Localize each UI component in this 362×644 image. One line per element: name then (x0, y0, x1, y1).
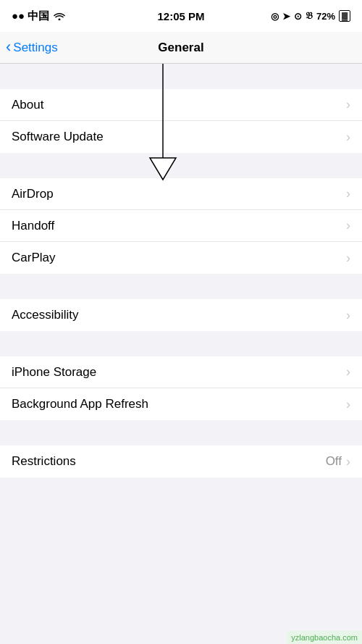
location-icon: ◎ (271, 11, 279, 22)
settings-item-accessibility[interactable]: Accessibility › (0, 299, 362, 331)
section-gap-3 (0, 274, 362, 299)
settings-group-4: iPhone Storage › Background App Refresh … (0, 356, 362, 420)
settings-group-5: Restrictions Off › (0, 446, 362, 477)
settings-group-3: Accessibility › (0, 299, 362, 331)
restrictions-value: Off (326, 454, 342, 469)
back-chevron-icon: ‹ (6, 39, 11, 55)
about-label: About (12, 98, 43, 112)
handoff-right: › (346, 218, 350, 233)
section-gap-bottom (0, 477, 362, 521)
bluetooth-icon: 𝔅 (306, 10, 313, 22)
page-wrapper: ●● 中国 12:05 PM ◎ ➤ ⊙ 𝔅 72% ▓ ‹ Settings … (0, 0, 362, 521)
iphone-storage-label: iPhone Storage (12, 365, 96, 380)
about-chevron-icon: › (346, 97, 350, 112)
direction-icon: ➤ (282, 11, 290, 22)
airdrop-chevron-icon: › (346, 186, 350, 201)
accessibility-chevron-icon: › (346, 308, 350, 323)
status-left: ●● 中国 (12, 9, 65, 23)
back-button[interactable]: ‹ Settings (6, 41, 58, 55)
handoff-chevron-icon: › (346, 218, 350, 233)
background-app-refresh-label: Background App Refresh (12, 397, 148, 411)
carplay-label: CarPlay (12, 251, 55, 265)
section-gap-5 (0, 420, 362, 446)
carplay-right: › (346, 251, 350, 266)
svg-marker-1 (150, 158, 176, 180)
accessibility-right: › (346, 308, 350, 323)
nav-bar: ‹ Settings General (0, 32, 362, 64)
software-update-chevron-icon: › (346, 130, 350, 145)
software-update-label: Software Update (12, 130, 104, 144)
battery-icon: ▓ (339, 10, 350, 22)
iphone-storage-right: › (346, 364, 350, 380)
restrictions-right: Off › (326, 454, 350, 469)
status-bar: ●● 中国 12:05 PM ◎ ➤ ⊙ 𝔅 72% ▓ (0, 0, 362, 32)
alarm-icon: ⊙ (294, 11, 302, 22)
settings-item-background-app-refresh[interactable]: Background App Refresh › (0, 388, 362, 420)
airdrop-label: AirDrop (12, 187, 54, 201)
carplay-chevron-icon: › (346, 251, 350, 266)
airdrop-right: › (346, 186, 350, 201)
wifi-icon (54, 10, 65, 22)
about-right: › (346, 97, 350, 112)
restrictions-chevron-icon: › (346, 454, 350, 469)
signal-bars: ●● 中国 (12, 9, 49, 23)
settings-item-carplay[interactable]: CarPlay › (0, 242, 362, 274)
handoff-label: Handoff (12, 219, 54, 233)
annotation-arrow (134, 64, 192, 194)
section-gap-4 (0, 331, 362, 356)
iphone-storage-chevron-icon: › (346, 364, 350, 380)
page-title: General (158, 41, 203, 55)
settings-item-handoff[interactable]: Handoff › (0, 210, 362, 242)
status-right: ◎ ➤ ⊙ 𝔅 72% ▓ (271, 10, 350, 22)
settings-item-iphone-storage[interactable]: iPhone Storage › (0, 356, 362, 388)
status-time: 12:05 PM (157, 10, 204, 22)
restrictions-label: Restrictions (12, 454, 76, 469)
settings-item-restrictions[interactable]: Restrictions Off › (0, 446, 362, 477)
software-update-right: › (346, 130, 350, 145)
accessibility-label: Accessibility (12, 308, 79, 322)
background-app-refresh-chevron-icon: › (346, 397, 350, 412)
battery-percentage: 72% (316, 11, 335, 22)
background-app-refresh-right: › (346, 397, 350, 412)
back-label: Settings (13, 41, 57, 55)
watermark: yzlangbaocha.com (287, 631, 362, 644)
